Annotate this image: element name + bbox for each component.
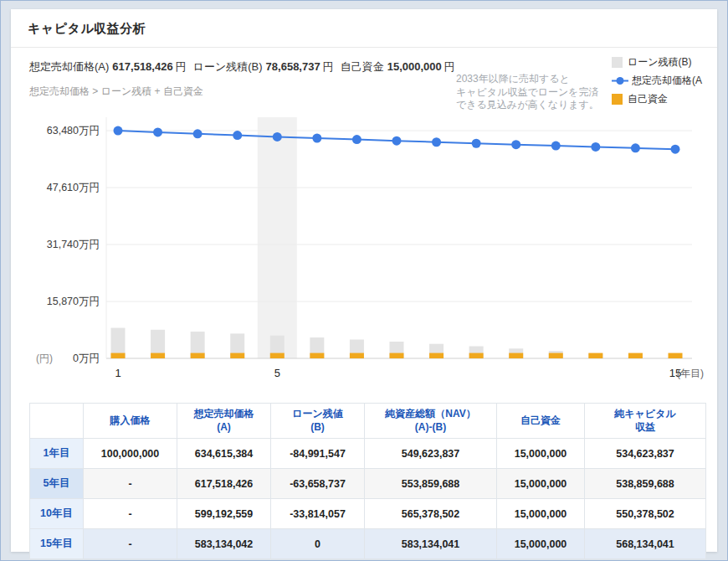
row-label: 10年目 [30,499,84,529]
capital-bar [588,353,602,358]
column-header: 純キャピタル 収益 [585,404,706,439]
table-cell: 568,134,041 [585,529,706,559]
table-row: 1年目100,000,000634,615,384-84,991,547549,… [30,439,706,469]
price-point [551,142,561,151]
summary-metric: 自己資金15,000,000円 [341,60,455,73]
x-axis-unit-label: (年目) [677,368,704,379]
y-tick-label: 47,610万円 [47,182,100,193]
legend-item-price[interactable]: 想定売却価格(A [612,71,702,90]
x-tick-label: 1 [115,367,120,379]
card-body: 想定売却価格(A)617,518,426円ローン残積(B)78,658,737円… [11,48,717,559]
y-unit-label: (円) [36,353,53,364]
capital-bar [390,353,404,358]
table-cell: -33,814,057 [271,499,365,529]
price-point [193,129,203,138]
annotation-line: できる見込みが高くなります。 [456,99,608,112]
page-background: キャピタル収益分析 想定売却価格(A)617,518,426円ローン残積(B)7… [0,0,728,561]
table-row: 15年目-583,134,0420583,134,04115,000,00056… [30,529,706,559]
column-header: 購入価格 [84,404,177,439]
row-label: 1年目 [30,439,84,469]
metric-value: 617,518,426 [112,60,172,73]
capital-bar [151,353,165,358]
capital-bar [310,353,324,358]
y-tick-label: 63,480万円 [47,125,100,136]
table-cell: 15,000,000 [497,439,585,469]
price-point [432,137,441,147]
legend-label: 想定売却価格(A [632,74,702,88]
table-cell: 599,192,559 [177,499,271,529]
summary-metric: ローン残積(B)78,658,737円 [193,60,334,73]
price-point [591,142,600,152]
price-point [392,136,402,146]
price-point [472,139,481,148]
metric-value: 78,658,737 [266,60,320,73]
table-cell: - [84,529,177,559]
annotation-line: キャピタル収益でローンを完済 [456,86,608,100]
legend-item-loan[interactable]: ローン残積(B) [612,53,702,71]
price-point [273,132,282,142]
price-point [153,127,162,136]
table-cell: 634,615,384 [177,439,271,469]
summary-metric: 想定売却価格(A)617,518,426円 [29,60,187,73]
card-header: キャピタル収益分析 [11,9,717,48]
legend-label: 自己資金 [628,92,668,106]
table-cell: - [84,469,177,499]
price-point [511,140,520,149]
capital-bar [191,353,205,358]
capital-bar [509,353,523,358]
line-marker-icon [612,75,628,86]
capital-bar [270,353,285,358]
row-label: 5年目 [30,469,84,499]
table-cell: 534,623,837 [585,439,706,469]
y-tick-label: 31,740万円 [47,239,100,250]
metric-value: 15,000,000 [387,60,442,73]
table-cell: 617,518,426 [177,469,271,499]
table-row: 5年目-617,518,426-63,658,737553,859,68815,… [30,469,706,499]
annotation-line: 2033年以降に売却すると [456,73,608,86]
row-label: 15年目 [30,529,84,559]
analysis-card: キャピタル収益分析 想定売却価格(A)617,518,426円ローン残積(B)7… [11,9,717,552]
chart-annotation: 2033年以降に売却するとキャピタル収益でローンを完済できる見込みが高くなります… [456,73,608,112]
table-cell: 100,000,000 [84,439,177,469]
chart-legend: ローン残積(B)想定売却価格(A自己資金 [607,49,707,111]
metric-unit: 円 [176,60,187,73]
column-header: 自己資金 [497,404,585,439]
table-cell: 15,000,000 [497,469,585,499]
price-point [233,131,242,140]
capital-legend-swatch-icon [612,94,623,105]
y-tick-label: 15,870万円 [47,296,100,307]
corner-cell [30,404,84,439]
legend-item-capital[interactable]: 自己資金 [612,90,702,108]
capital-bar [111,353,126,358]
table-cell: 538,859,688 [585,469,706,499]
table-row: 10年目-599,192,559-33,814,057565,378,50215… [30,499,706,529]
table-cell: 15,000,000 [497,499,585,529]
metric-unit: 円 [444,60,455,73]
capital-bar [350,353,364,358]
y-tick-label: 0万円 [73,353,100,364]
column-header: 純資産総額（NAV） (A)-(B) [365,404,497,439]
metric-label: ローン残積(B) [193,60,263,73]
table-cell: 583,134,042 [177,529,271,559]
table-cell: 15,000,000 [497,529,585,559]
table-cell: 553,859,688 [365,469,497,499]
table-cell: - [84,499,177,529]
table-header-row: 購入価格想定売却価格 (A)ローン残値 (B)純資産総額（NAV） (A)-(B… [30,404,706,439]
capital-bar [549,353,563,358]
metric-label: 自己資金 [341,60,384,73]
capital-bar [429,353,443,358]
page-title: キャピタル収益分析 [28,21,146,35]
table-cell: 0 [271,529,365,559]
price-point [631,143,640,152]
capital-bar [230,353,244,358]
capital-bar [669,353,683,358]
highlight-band-year5 [258,117,297,358]
table-cell: 583,134,041 [365,529,497,559]
metric-unit: 円 [323,60,334,73]
metric-label: 想定売却価格(A) [29,60,109,73]
price-point [312,134,321,143]
capital-bar [628,353,643,358]
x-tick-label: 5 [274,367,280,379]
price-point [671,145,680,154]
table-cell: 550,378,502 [585,499,706,529]
